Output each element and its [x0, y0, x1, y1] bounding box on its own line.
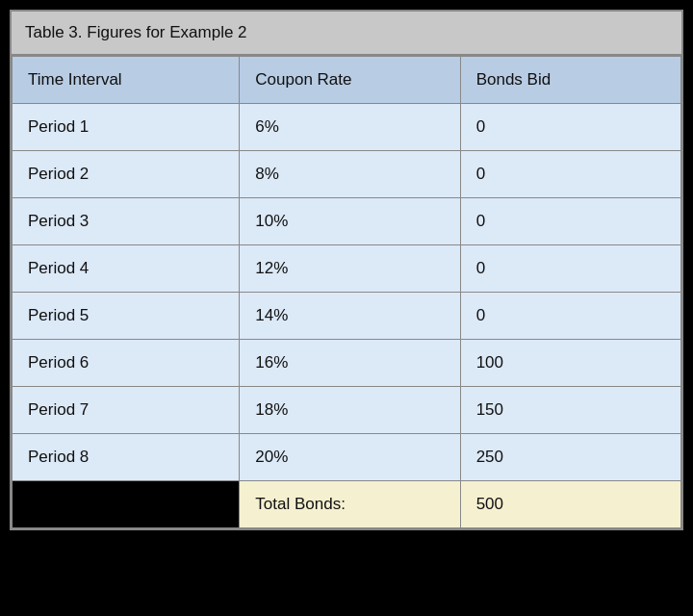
period-cell: Period 8: [13, 434, 240, 481]
coupon-rate-cell: 6%: [240, 104, 460, 151]
bonds-bid-cell: 0: [460, 245, 680, 293]
data-table: Time Interval Coupon Rate Bonds Bid Peri…: [12, 56, 681, 528]
coupon-rate-cell: 16%: [240, 340, 460, 387]
col-header-bonds-bid: Bonds Bid: [460, 57, 680, 104]
period-cell: Period 5: [13, 293, 240, 340]
period-cell: Period 6: [13, 340, 240, 387]
table-row: Period 4 12% 0: [13, 245, 681, 293]
table-container: Table 3. Figures for Example 2 Time Inte…: [10, 10, 683, 530]
period-cell: Period 1: [13, 104, 240, 151]
table-row: Period 5 14% 0: [13, 293, 681, 340]
header-row: Time Interval Coupon Rate Bonds Bid: [13, 57, 681, 104]
coupon-rate-cell: 12%: [240, 245, 460, 293]
bonds-bid-cell: 0: [460, 293, 680, 340]
coupon-rate-cell: 18%: [240, 387, 460, 434]
coupon-rate-cell: 14%: [240, 293, 460, 340]
period-cell: Period 7: [13, 387, 240, 434]
table-row: Period 6 16% 100: [13, 340, 681, 387]
table-row: Period 3 10% 0: [13, 198, 681, 245]
total-label: Total Bonds:: [240, 481, 460, 528]
coupon-rate-cell: 20%: [240, 434, 460, 481]
bonds-bid-cell: 0: [460, 104, 680, 151]
period-cell: Period 3: [13, 198, 240, 245]
coupon-rate-cell: 10%: [240, 198, 460, 245]
total-value: 500: [460, 481, 680, 528]
bonds-bid-cell: 250: [460, 434, 680, 481]
table-title: Table 3. Figures for Example 2: [12, 12, 681, 56]
period-cell: Period 2: [13, 151, 240, 198]
bonds-bid-cell: 150: [460, 387, 680, 434]
total-black-cell: [13, 481, 240, 528]
total-row: Total Bonds: 500: [13, 481, 681, 528]
table-row: Period 1 6% 0: [13, 104, 681, 151]
table-row: Period 8 20% 250: [13, 434, 681, 481]
coupon-rate-cell: 8%: [240, 151, 460, 198]
col-header-coupon-rate: Coupon Rate: [240, 57, 460, 104]
bonds-bid-cell: 100: [460, 340, 680, 387]
bonds-bid-cell: 0: [460, 151, 680, 198]
bonds-bid-cell: 0: [460, 198, 680, 245]
table-row: Period 7 18% 150: [13, 387, 681, 434]
col-header-time-interval: Time Interval: [13, 57, 240, 104]
period-cell: Period 4: [13, 245, 240, 293]
table-row: Period 2 8% 0: [13, 151, 681, 198]
